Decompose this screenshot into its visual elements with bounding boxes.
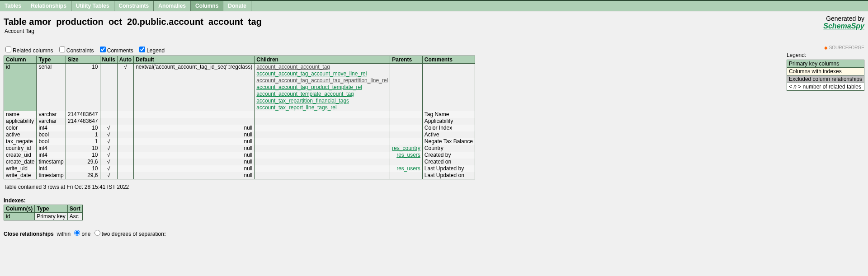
parent-link[interactable]: res_country bbox=[392, 145, 420, 151]
child-link[interactable]: account_account_template_account_tag bbox=[256, 91, 388, 98]
table-row: activebool1√nullActive bbox=[4, 131, 475, 138]
child-link[interactable]: account_account_tag_product_template_rel bbox=[256, 84, 388, 91]
child-link[interactable]: account_tax_repartition_financial_tags bbox=[256, 98, 388, 104]
child-link[interactable]: account_account_tag_account_tax_repartit… bbox=[256, 77, 388, 84]
table-row: create_uidint410√nullres_usersCreated by bbox=[4, 152, 475, 159]
tab-utility-tables[interactable]: Utility Tables bbox=[71, 1, 114, 11]
column-header: Comments bbox=[422, 56, 475, 64]
column-header: Column bbox=[4, 56, 37, 64]
table-row: country_idint410√nullres_countryCountry bbox=[4, 145, 475, 152]
parent-link[interactable]: res_users bbox=[396, 165, 420, 172]
tab-bar: TablesRelationshipsUtility TablesConstra… bbox=[0, 0, 868, 11]
table-row: write_uidint410√nullres_usersLast Update… bbox=[4, 165, 475, 172]
table-row: namevarchar2147483647Tag Name bbox=[4, 111, 475, 118]
column-header: Type bbox=[37, 56, 66, 64]
checkbox-legend[interactable] bbox=[139, 47, 145, 52]
view-options: Related columns Constraints Comments Leg… bbox=[4, 45, 864, 54]
legend-item: Excluded column relationships bbox=[787, 75, 864, 83]
tab-tables[interactable]: Tables bbox=[0, 1, 26, 11]
index-header: Type bbox=[35, 205, 67, 213]
page-subtitle: Account Tag bbox=[5, 28, 262, 34]
index-header: Column(s) bbox=[4, 205, 35, 213]
sourceforge-icon: ◆ bbox=[824, 45, 828, 50]
tab-relationships[interactable]: Relationships bbox=[26, 1, 71, 11]
radio-two-degrees[interactable] bbox=[94, 230, 100, 236]
legend-item: Primary key columns bbox=[787, 60, 864, 68]
legend-table: Primary key columnsColumns with indexesE… bbox=[787, 60, 864, 91]
column-header: Size bbox=[66, 56, 100, 64]
legend-item: Columns with indexes bbox=[787, 68, 864, 75]
close-relationships: Close relationships within one two degre… bbox=[4, 229, 864, 237]
checkbox-comments[interactable] bbox=[100, 47, 106, 52]
checkbox-legend-label: Legend bbox=[146, 47, 165, 54]
legend-title: Legend: bbox=[787, 52, 864, 58]
indexes-table: Column(s)TypeSort idPrimary keyAsc bbox=[4, 205, 83, 220]
tab-donate[interactable]: Donate bbox=[223, 1, 251, 11]
column-header: Nulls bbox=[100, 56, 117, 64]
radio-one-degree[interactable] bbox=[74, 230, 80, 236]
column-header: Auto bbox=[117, 56, 133, 64]
checkbox-related[interactable] bbox=[5, 47, 11, 52]
parent-link[interactable]: res_users bbox=[396, 152, 420, 158]
table-row: write_datetimestamp29,6√nullLast Updated… bbox=[4, 172, 475, 179]
table-row: create_datetimestamp29,6√nullCreated on bbox=[4, 159, 475, 165]
tab-columns[interactable]: Columns bbox=[191, 1, 223, 11]
generated-by: Generated by SchemaSpy bbox=[823, 15, 864, 30]
checkbox-comments-label: Comments bbox=[107, 47, 133, 54]
checkbox-related-label: Related columns bbox=[13, 47, 53, 54]
column-header: Default bbox=[134, 56, 255, 64]
tab-constraints[interactable]: Constraints bbox=[114, 1, 154, 11]
table-row: tax_negatebool1√nullNegate Tax Balance bbox=[4, 138, 475, 145]
index-header: Sort bbox=[67, 205, 82, 213]
checkbox-constraints-label: Constraints bbox=[66, 47, 94, 54]
checkbox-constraints[interactable] bbox=[59, 47, 65, 52]
sourceforge-badge[interactable]: ◆ SOURCEFORGE bbox=[787, 45, 864, 50]
table-row: idserial10√nextval('account_account_tag_… bbox=[4, 64, 475, 112]
tab-anomalies[interactable]: Anomalies bbox=[154, 1, 191, 11]
child-link[interactable]: account_account_tag_account_move_line_re… bbox=[256, 70, 388, 77]
legend-item: < n > number of related tables bbox=[787, 83, 864, 91]
indexes-title: Indexes: bbox=[4, 197, 864, 204]
child-link[interactable]: account_tax_report_line_tags_rel bbox=[256, 104, 388, 111]
column-header: Children bbox=[255, 56, 390, 64]
brand-link[interactable]: SchemaSpy bbox=[823, 22, 864, 30]
index-row: idPrimary keyAsc bbox=[4, 213, 83, 220]
table-row: applicabilityvarchar2147483647Applicabil… bbox=[4, 118, 475, 125]
page-title: Table amor_production_oct_20.public.acco… bbox=[4, 17, 262, 27]
table-row: colorint410√nullColor Index bbox=[4, 125, 475, 131]
row-count-info: Table contained 3 rows at Fri Oct 28 15:… bbox=[4, 184, 864, 190]
column-header: Parents bbox=[390, 56, 423, 64]
columns-table: ColumnTypeSizeNullsAutoDefaultChildrenPa… bbox=[4, 56, 475, 179]
child-link[interactable]: account_account_account_tag bbox=[256, 64, 388, 70]
